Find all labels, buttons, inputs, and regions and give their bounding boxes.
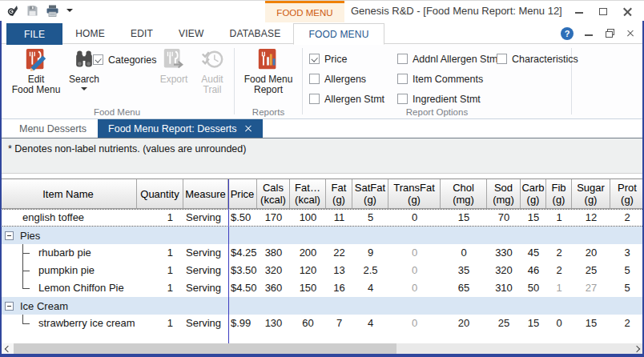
checkbox-addnl-allergen-stmt[interactable]: Addnl Allergen Stmt (397, 49, 497, 69)
cell-item-name: english toffee (0, 209, 137, 227)
column-header-quantity[interactable]: Quantity (137, 179, 183, 208)
save-icon[interactable] (26, 5, 38, 17)
cell-fat: 16 (326, 279, 352, 297)
checkbox-icon (309, 74, 320, 84)
ribbon-tab-bar: FILEHOMEEDITVIEWDATABASEFOOD MENU (0, 22, 644, 44)
item-name: rhubarb pie (38, 244, 91, 262)
minimize-child-button[interactable] (583, 28, 594, 39)
close-button[interactable] (622, 6, 633, 17)
checkbox-ingredient-stmt[interactable]: Ingredient Stmt (397, 89, 497, 109)
cell-cals: 360 (257, 279, 290, 297)
cell-fib: 1 (546, 209, 572, 227)
chevron-left-icon (4, 346, 10, 352)
cell-carb: 46 (521, 262, 546, 279)
ribbon-tab-food-menu[interactable]: FOOD MENU (293, 23, 384, 45)
checkbox-label: Allergen Stmt (324, 94, 384, 105)
table-row-rhubarb-pie[interactable]: rhubarb pie1Serving$4.253802002290033045… (0, 244, 644, 262)
checkbox-column: Addnl Allergen StmtItem CommentsIngredie… (397, 49, 497, 109)
export-button-label: Export (160, 74, 188, 85)
item-name: strawberry ice cream (38, 315, 135, 332)
cell-sugar: 20 (572, 244, 610, 262)
column-header-sugar[interactable]: Sugar(g) (572, 179, 610, 208)
ribbon-tab-edit[interactable]: EDIT (118, 23, 166, 44)
cell-price: $3.50 (228, 262, 257, 279)
column-header-prot[interactable]: Prot(g) (610, 179, 644, 208)
title-bar: FOOD MENU Genesis R&D - [Food Menu Repor… (0, 0, 644, 22)
checkbox-price[interactable]: Price (309, 49, 397, 69)
column-header-measure[interactable]: Measure (183, 179, 228, 208)
audit-trail-button[interactable]: AuditTrail (194, 48, 231, 95)
checkbox-icon (93, 54, 103, 65)
categories-checkbox[interactable]: Categories (93, 50, 156, 70)
window-title: Genesis R&D - [Food Menu Report: Menu 12… (351, 5, 562, 17)
contextual-tab-group-label: FOOD MENU (276, 8, 332, 18)
cell-measure: Serving (183, 244, 228, 262)
horizontal-scrollbar[interactable] (0, 343, 644, 355)
cell-quantity: 1 (137, 262, 183, 279)
print-icon[interactable] (46, 5, 59, 17)
close-child-button[interactable] (625, 28, 636, 39)
restore-child-icon[interactable] (604, 28, 615, 39)
document-tab-menu-desserts[interactable]: Menu Desserts (8, 119, 98, 138)
cell-cals: 380 (257, 244, 290, 262)
checkbox-item-comments[interactable]: Item Comments (397, 69, 497, 89)
help-icon[interactable]: ? (561, 27, 574, 40)
export-button[interactable]: Export (155, 48, 192, 85)
ribbon: EditFood Menu Search Categories Export (0, 44, 644, 119)
ribbon-tab-database[interactable]: DATABASE (217, 23, 294, 44)
cell-fat: 13 (326, 262, 352, 279)
table-row-lemon-chiffon-pie[interactable]: Lemon Chiffon Pie1Serving$4.503601501640… (0, 279, 644, 297)
window-border-left (0, 21, 2, 357)
cell-item-name: Lemon Chiffon Pie (0, 279, 137, 297)
checkbox-allergen-stmt[interactable]: Allergen Stmt (309, 89, 397, 109)
ribbon-tab-row: FILEHOMEEDITVIEWDATABASEFOOD MENU ? (0, 22, 644, 44)
column-header-sod[interactable]: Sod(mg) (487, 179, 521, 208)
column-header-fib[interactable]: Fib(g) (546, 179, 572, 208)
group-row-pies[interactable]: Pies (0, 227, 644, 244)
scroll-left-button[interactable] (0, 343, 14, 355)
table-row-strawberry-ice-cream[interactable]: strawberry ice cream1Serving$.9913060740… (0, 315, 644, 332)
ribbon-tab-file[interactable]: FILE (6, 23, 62, 45)
collapse-icon[interactable] (5, 302, 14, 311)
column-header-fat[interactable]: Fat…(kcal) (290, 179, 326, 208)
scrollbar-thumb[interactable] (14, 343, 396, 355)
report-options-checkboxes: PriceAllergensAllergen StmtAddnl Allerge… (303, 49, 578, 109)
cell-sugar: 15 (572, 315, 610, 332)
cell-item-name: rhubarb pie (0, 244, 137, 262)
document-tab-food-menu-report-desserts[interactable]: Food Menu Report: Desserts (98, 119, 263, 138)
column-header-satfat[interactable]: SatFat(g) (352, 179, 388, 208)
group-row-ice-cream[interactable]: Ice Cream (0, 297, 644, 315)
column-header-chol[interactable]: Chol(mg) (441, 179, 487, 208)
column-header-price[interactable]: Price (228, 179, 257, 208)
cell-fat: 60 (290, 315, 326, 332)
food-menu-report-button[interactable]: Food MenuReport (241, 48, 296, 95)
close-tab-icon[interactable] (245, 125, 252, 132)
ribbon-tab-view[interactable]: VIEW (166, 23, 216, 44)
cell-chol: 0 (441, 244, 487, 262)
column-header-cals[interactable]: Cals(kcal) (257, 179, 290, 208)
cell-prot: 2 (610, 209, 644, 227)
cell-carb: 50 (521, 279, 546, 297)
cell-carb: 15 (521, 209, 546, 227)
column-header-transfat[interactable]: TransFat(g) (388, 179, 441, 208)
checkbox-allergens[interactable]: Allergens (309, 69, 397, 89)
qat-dropdown-icon[interactable] (66, 9, 73, 12)
checkbox-icon (397, 94, 408, 104)
tree-branch-icon (22, 315, 33, 332)
maximize-button[interactable] (598, 6, 609, 17)
ribbon-tab-home[interactable]: HOME (62, 23, 118, 44)
collapse-icon[interactable] (5, 231, 14, 240)
column-header-item-name[interactable]: Item Name (0, 179, 137, 208)
edit-food-menu-button[interactable]: EditFood Menu (8, 48, 64, 95)
column-header-carb[interactable]: Carb(g) (521, 179, 546, 208)
contextual-tab-group: FOOD MENU (265, 0, 344, 22)
cell-fat: 200 (290, 244, 326, 262)
table-row-pumpkin-pie[interactable]: pumpkin pie1Serving$3.50320120132.503532… (0, 262, 644, 279)
checkbox-characteristics[interactable]: Characteristics (497, 49, 578, 69)
column-header-fat[interactable]: Fat(g) (326, 179, 352, 208)
minimize-button[interactable] (574, 6, 585, 17)
search-button-label: Search (69, 74, 99, 85)
cell-sugar: 25 (572, 262, 610, 279)
audit-trail-icon (200, 48, 224, 72)
table-row-english-toffee[interactable]: english toffee1Serving$.5017010011501570… (0, 209, 644, 227)
